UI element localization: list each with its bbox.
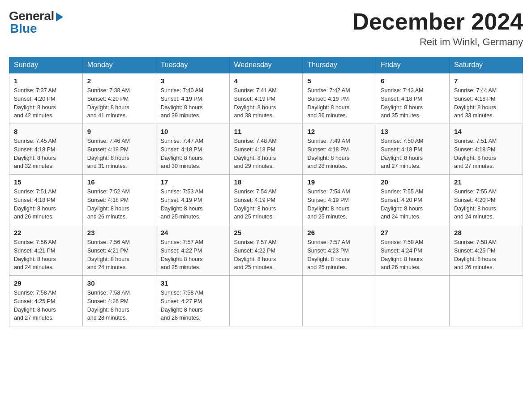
day-number: 12	[307, 128, 371, 135]
day-info: Sunrise: 7:58 AMSunset: 4:24 PMDaylight:…	[381, 238, 445, 272]
day-info: Sunrise: 7:54 AMSunset: 4:19 PMDaylight:…	[307, 188, 371, 221]
table-row: 1 Sunrise: 7:37 AMSunset: 4:20 PMDayligh…	[9, 73, 83, 124]
location-subtitle: Reit im Winkl, Germany	[352, 36, 523, 48]
table-row: 8 Sunrise: 7:45 AMSunset: 4:18 PMDayligh…	[9, 124, 83, 175]
day-number: 18	[234, 178, 298, 186]
day-number: 10	[161, 128, 225, 135]
day-info: Sunrise: 7:54 AMSunset: 4:19 PMDaylight:…	[234, 188, 298, 221]
header-sunday: Sunday	[9, 57, 83, 73]
day-info: Sunrise: 7:40 AMSunset: 4:19 PMDaylight:…	[161, 86, 225, 120]
table-row: 6 Sunrise: 7:43 AMSunset: 4:18 PMDayligh…	[376, 73, 450, 124]
table-row	[450, 276, 523, 326]
day-number: 14	[454, 128, 518, 135]
table-row: 13 Sunrise: 7:50 AMSunset: 4:18 PMDaylig…	[376, 124, 450, 175]
logo-arrow-icon	[56, 13, 63, 21]
day-info: Sunrise: 7:57 AMSunset: 4:22 PMDaylight:…	[234, 238, 298, 272]
day-info: Sunrise: 7:58 AMSunset: 4:27 PMDaylight:…	[161, 289, 225, 322]
table-row: 2 Sunrise: 7:38 AMSunset: 4:20 PMDayligh…	[82, 73, 156, 124]
table-row: 7 Sunrise: 7:44 AMSunset: 4:18 PMDayligh…	[450, 73, 523, 124]
day-info: Sunrise: 7:38 AMSunset: 4:20 PMDaylight:…	[87, 86, 151, 120]
title-area: December 2024 Reit im Winkl, Germany	[352, 9, 523, 48]
day-number: 24	[161, 229, 225, 236]
calendar-week-row: 22 Sunrise: 7:56 AMSunset: 4:21 PMDaylig…	[9, 225, 523, 276]
table-row: 31 Sunrise: 7:58 AMSunset: 4:27 PMDaylig…	[156, 276, 229, 326]
day-number: 23	[87, 229, 151, 236]
day-number: 30	[87, 279, 151, 287]
calendar-week-row: 8 Sunrise: 7:45 AMSunset: 4:18 PMDayligh…	[9, 124, 523, 175]
table-row: 27 Sunrise: 7:58 AMSunset: 4:24 PMDaylig…	[376, 225, 450, 276]
day-info: Sunrise: 7:58 AMSunset: 4:26 PMDaylight:…	[87, 289, 151, 322]
day-info: Sunrise: 7:58 AMSunset: 4:25 PMDaylight:…	[14, 289, 78, 322]
day-number: 11	[234, 128, 298, 135]
day-info: Sunrise: 7:53 AMSunset: 4:19 PMDaylight:…	[161, 188, 225, 221]
table-row: 25 Sunrise: 7:57 AMSunset: 4:22 PMDaylig…	[229, 225, 303, 276]
day-number: 15	[14, 178, 78, 186]
day-info: Sunrise: 7:43 AMSunset: 4:18 PMDaylight:…	[381, 86, 445, 120]
month-title: December 2024	[352, 9, 523, 34]
day-number: 4	[234, 77, 298, 85]
day-info: Sunrise: 7:56 AMSunset: 4:21 PMDaylight:…	[87, 238, 151, 272]
day-number: 29	[14, 279, 78, 287]
day-info: Sunrise: 7:57 AMSunset: 4:22 PMDaylight:…	[161, 238, 225, 272]
table-row: 14 Sunrise: 7:51 AMSunset: 4:18 PMDaylig…	[450, 124, 523, 175]
day-number: 25	[234, 229, 298, 236]
day-number: 8	[14, 128, 78, 135]
calendar-table: Sunday Monday Tuesday Wednesday Thursday…	[9, 57, 523, 326]
table-row: 17 Sunrise: 7:53 AMSunset: 4:19 PMDaylig…	[156, 175, 229, 225]
day-info: Sunrise: 7:42 AMSunset: 4:19 PMDaylight:…	[307, 86, 371, 120]
table-row: 18 Sunrise: 7:54 AMSunset: 4:19 PMDaylig…	[229, 175, 303, 225]
day-info: Sunrise: 7:50 AMSunset: 4:18 PMDaylight:…	[381, 137, 445, 171]
header-row: Sunday Monday Tuesday Wednesday Thursday…	[9, 57, 523, 73]
day-number: 16	[87, 178, 151, 186]
day-number: 3	[161, 77, 225, 85]
day-number: 19	[307, 178, 371, 186]
table-row: 20 Sunrise: 7:55 AMSunset: 4:20 PMDaylig…	[376, 175, 450, 225]
day-number: 21	[454, 178, 518, 186]
header-monday: Monday	[82, 57, 156, 73]
day-info: Sunrise: 7:44 AMSunset: 4:18 PMDaylight:…	[454, 86, 518, 120]
table-row: 5 Sunrise: 7:42 AMSunset: 4:19 PMDayligh…	[303, 73, 376, 124]
table-row: 9 Sunrise: 7:46 AMSunset: 4:18 PMDayligh…	[82, 124, 156, 175]
table-row	[376, 276, 450, 326]
table-row: 15 Sunrise: 7:51 AMSunset: 4:18 PMDaylig…	[9, 175, 83, 225]
day-number: 5	[307, 77, 371, 85]
day-info: Sunrise: 7:41 AMSunset: 4:19 PMDaylight:…	[234, 86, 298, 120]
table-row: 3 Sunrise: 7:40 AMSunset: 4:19 PMDayligh…	[156, 73, 229, 124]
table-row: 26 Sunrise: 7:57 AMSunset: 4:23 PMDaylig…	[303, 225, 376, 276]
day-number: 13	[381, 128, 445, 135]
day-info: Sunrise: 7:49 AMSunset: 4:18 PMDaylight:…	[307, 137, 371, 171]
day-info: Sunrise: 7:51 AMSunset: 4:18 PMDaylight:…	[14, 188, 78, 221]
header-saturday: Saturday	[450, 57, 523, 73]
calendar-week-row: 15 Sunrise: 7:51 AMSunset: 4:18 PMDaylig…	[9, 175, 523, 225]
table-row: 21 Sunrise: 7:55 AMSunset: 4:20 PMDaylig…	[450, 175, 523, 225]
table-row: 10 Sunrise: 7:47 AMSunset: 4:18 PMDaylig…	[156, 124, 229, 175]
day-number: 1	[14, 77, 78, 85]
day-info: Sunrise: 7:56 AMSunset: 4:21 PMDaylight:…	[14, 238, 78, 272]
calendar-week-row: 29 Sunrise: 7:58 AMSunset: 4:25 PMDaylig…	[9, 276, 523, 326]
day-number: 28	[454, 229, 518, 236]
table-row: 19 Sunrise: 7:54 AMSunset: 4:19 PMDaylig…	[303, 175, 376, 225]
day-info: Sunrise: 7:52 AMSunset: 4:18 PMDaylight:…	[87, 188, 151, 221]
day-number: 7	[454, 77, 518, 85]
header-thursday: Thursday	[303, 57, 376, 73]
day-number: 6	[381, 77, 445, 85]
table-row: 28 Sunrise: 7:58 AMSunset: 4:25 PMDaylig…	[450, 225, 523, 276]
day-info: Sunrise: 7:48 AMSunset: 4:18 PMDaylight:…	[234, 137, 298, 171]
table-row: 30 Sunrise: 7:58 AMSunset: 4:26 PMDaylig…	[82, 276, 156, 326]
table-row: 16 Sunrise: 7:52 AMSunset: 4:18 PMDaylig…	[82, 175, 156, 225]
day-info: Sunrise: 7:45 AMSunset: 4:18 PMDaylight:…	[14, 137, 78, 171]
logo: General Blue	[9, 9, 63, 36]
table-row: 4 Sunrise: 7:41 AMSunset: 4:19 PMDayligh…	[229, 73, 303, 124]
page-header: General Blue December 2024 Reit im Winkl…	[9, 9, 523, 48]
day-number: 2	[87, 77, 151, 85]
table-row	[229, 276, 303, 326]
table-row	[303, 276, 376, 326]
calendar-week-row: 1 Sunrise: 7:37 AMSunset: 4:20 PMDayligh…	[9, 73, 523, 124]
day-number: 17	[161, 178, 225, 186]
header-tuesday: Tuesday	[156, 57, 229, 73]
day-info: Sunrise: 7:37 AMSunset: 4:20 PMDaylight:…	[14, 86, 78, 120]
day-info: Sunrise: 7:55 AMSunset: 4:20 PMDaylight:…	[381, 188, 445, 221]
day-number: 27	[381, 229, 445, 236]
day-info: Sunrise: 7:57 AMSunset: 4:23 PMDaylight:…	[307, 238, 371, 272]
day-number: 26	[307, 229, 371, 236]
